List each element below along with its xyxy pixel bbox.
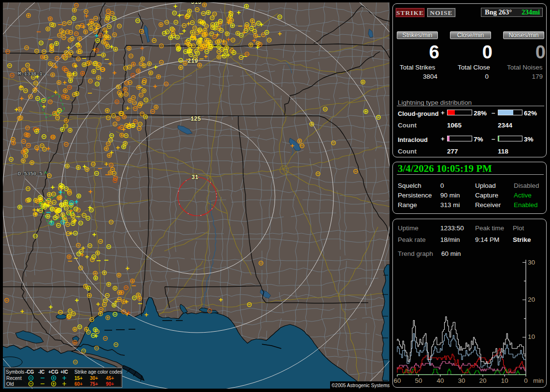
svg-text:313: 313 [191,0,202,6]
svg-text:-IC: -IC [38,369,44,375]
svg-text:+IC: +IC [60,369,68,375]
svg-text:D-5350-5: D-5350-5 [18,171,43,177]
svg-text:Strike age color codes: Strike age color codes [74,369,122,375]
svg-text:Symbols: Symbols [6,369,24,375]
svg-text:45+: 45+ [106,376,114,381]
svg-text:Recent: Recent [6,376,22,381]
svg-text:30+: 30+ [90,376,98,381]
svg-text:60+: 60+ [74,381,83,387]
svg-text:^: ^ [44,170,47,176]
svg-text:75+: 75+ [90,381,98,387]
svg-text:+CG: +CG [48,369,58,375]
svg-text:90+: 90+ [106,381,114,387]
svg-text:Old: Old [6,381,14,387]
svg-text:©2005 Astrogenic Systems: ©2005 Astrogenic Systems [332,383,390,388]
svg-text:-CG: -CG [25,369,34,375]
svg-text:31: 31 [191,174,198,181]
svg-text:15+: 15+ [74,376,83,381]
svg-text:125: 125 [190,116,201,123]
svg-text:M-1338-1-: M-1338-1- [18,71,45,77]
